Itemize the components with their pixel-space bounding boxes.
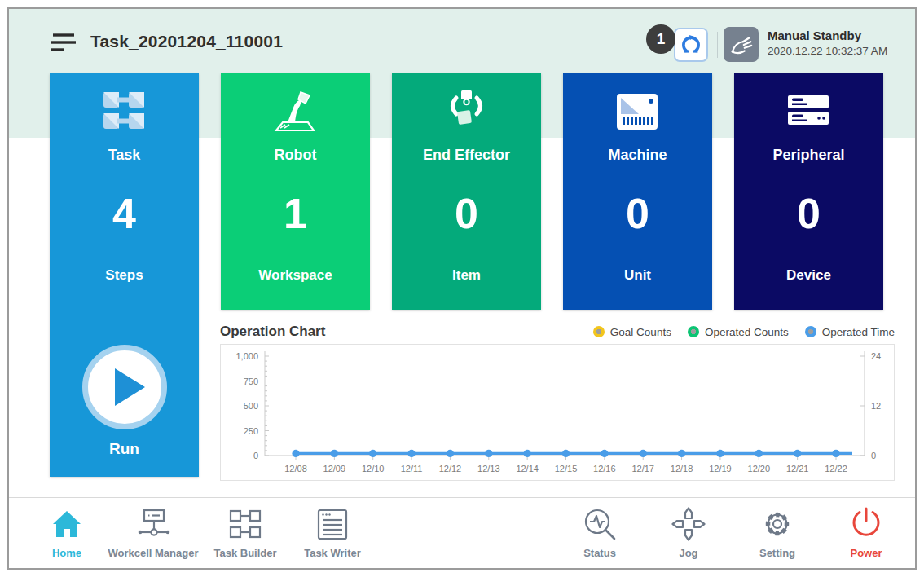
nav-label: Task Writer bbox=[279, 547, 385, 559]
card-unit: Unit bbox=[563, 267, 712, 284]
y-axis-left-tick: 0 bbox=[253, 451, 258, 460]
y-axis-left-tick: 500 bbox=[244, 401, 258, 411]
end-effector-icon bbox=[392, 88, 541, 135]
data-point bbox=[407, 450, 415, 457]
gripper-mode-button[interactable] bbox=[674, 28, 708, 62]
x-axis-tick: 12/09 bbox=[323, 464, 346, 473]
card-robot[interactable]: Robot 1 Workspace bbox=[221, 73, 370, 310]
card-value: 0 bbox=[734, 189, 883, 238]
legend-dot bbox=[805, 326, 816, 337]
machine-icon bbox=[563, 88, 712, 135]
y-axis-left-tick: 250 bbox=[244, 426, 258, 436]
task-steps-icon bbox=[50, 88, 199, 135]
chart-title: Operation Chart bbox=[220, 324, 325, 340]
data-point bbox=[601, 450, 608, 457]
nav-item-workcell-manager[interactable]: Workcell Manager bbox=[100, 504, 206, 566]
data-point bbox=[678, 450, 685, 457]
y-axis-right-tick: 12 bbox=[871, 401, 881, 411]
title-bar: Task_20201204_110001 1 bbox=[9, 9, 915, 82]
x-axis-tick: 12/22 bbox=[825, 464, 847, 473]
annotation-badge: 1 bbox=[646, 24, 675, 54]
task-builder-icon bbox=[227, 509, 263, 540]
data-point bbox=[447, 450, 454, 457]
x-axis-tick: 12/18 bbox=[671, 464, 693, 473]
data-point bbox=[524, 450, 531, 457]
data-point bbox=[832, 450, 839, 457]
card-unit: Workspace bbox=[221, 267, 370, 284]
task-writer-icon bbox=[316, 508, 349, 540]
x-axis-tick: 12/16 bbox=[593, 464, 616, 473]
manual-mode-indicator bbox=[724, 27, 759, 62]
page-title: Task_20201204_110001 bbox=[90, 32, 283, 51]
run-label: Run bbox=[50, 440, 199, 458]
card-title: Peripheral bbox=[734, 147, 883, 164]
card-title: Task bbox=[50, 147, 199, 164]
x-axis-tick: 12/17 bbox=[631, 464, 654, 473]
card-unit: Steps bbox=[50, 267, 199, 284]
data-point bbox=[640, 450, 647, 457]
x-axis-tick: 12/10 bbox=[362, 464, 385, 473]
legend-dot bbox=[688, 326, 699, 337]
card-value: 0 bbox=[392, 189, 541, 238]
hand-manual-icon bbox=[728, 33, 755, 57]
operation-chart: 1,00075050025002412012/0812/0912/1012/11… bbox=[220, 344, 895, 481]
y-axis-right-tick: 24 bbox=[871, 351, 881, 361]
nav-label: Workcell Manager bbox=[100, 547, 206, 559]
robot-arm-icon bbox=[221, 88, 370, 135]
server-icon bbox=[734, 88, 883, 135]
card-machine[interactable]: Machine 0 Unit bbox=[563, 73, 712, 310]
card-peripheral[interactable]: Peripheral 0 Device bbox=[734, 73, 883, 310]
hamburger-menu-icon[interactable] bbox=[50, 31, 77, 55]
data-point bbox=[562, 450, 570, 457]
header-divider bbox=[717, 32, 718, 58]
x-axis-tick: 12/15 bbox=[555, 464, 578, 473]
y-axis-left-tick: 1,000 bbox=[235, 351, 258, 361]
status-timestamp: 2020.12.22 10:32:37 AM bbox=[768, 45, 887, 57]
status-label: Manual Standby bbox=[768, 29, 887, 42]
data-point bbox=[485, 450, 492, 457]
x-axis-tick: 12/19 bbox=[709, 464, 732, 473]
nav-label: Power bbox=[813, 547, 917, 559]
home-icon bbox=[51, 509, 83, 540]
legend-item: Operated Counts bbox=[688, 326, 789, 338]
y-axis-right-tick: 0 bbox=[871, 451, 876, 460]
jog-arrows-icon bbox=[670, 505, 707, 543]
app-window: Task_20201204_110001 1 bbox=[7, 7, 917, 570]
card-value: 0 bbox=[563, 189, 712, 238]
x-axis-tick: 12/11 bbox=[401, 464, 423, 473]
nav-item-task-writer[interactable]: Task Writer bbox=[279, 504, 385, 566]
card-unit: Device bbox=[734, 267, 883, 284]
run-button[interactable] bbox=[82, 345, 167, 429]
nav-item-power[interactable]: Power bbox=[813, 504, 917, 566]
play-icon bbox=[88, 350, 161, 424]
robot-status: Manual Standby 2020.12.22 10:32:37 AM bbox=[768, 29, 887, 57]
x-axis-tick: 12/20 bbox=[748, 464, 771, 473]
chart-header: Operation Chart Goal CountsOperated Coun… bbox=[220, 321, 895, 342]
x-axis-tick: 12/08 bbox=[284, 464, 307, 473]
x-axis-tick: 12/13 bbox=[477, 464, 500, 473]
card-title: Robot bbox=[221, 147, 370, 164]
legend-item: Goal Counts bbox=[593, 326, 671, 338]
operation-chart-plot: 1,00075050025002412012/0812/0912/1012/11… bbox=[221, 345, 894, 480]
card-value: 4 bbox=[50, 189, 199, 238]
data-point bbox=[716, 450, 724, 457]
card-unit: Item bbox=[392, 267, 541, 284]
data-point bbox=[755, 450, 763, 457]
chart-legend: Goal CountsOperated CountsOperated Time bbox=[593, 326, 895, 338]
x-axis-tick: 12/21 bbox=[786, 464, 809, 473]
power-icon bbox=[850, 507, 882, 541]
card-title: Machine bbox=[563, 147, 712, 164]
data-point bbox=[331, 450, 338, 457]
data-point bbox=[369, 450, 376, 457]
card-end-effector[interactable]: End Effector 0 Item bbox=[392, 73, 541, 310]
gripper-release-icon bbox=[680, 34, 702, 55]
card-task[interactable]: Task 4 Steps Run bbox=[50, 73, 199, 477]
legend-item: Operated Time bbox=[805, 326, 895, 338]
legend-dot bbox=[593, 326, 605, 337]
status-monitor-icon bbox=[582, 506, 618, 542]
gear-icon bbox=[759, 506, 795, 542]
y-axis-left-tick: 750 bbox=[244, 377, 258, 386]
bottom-navbar: Home Workcell Manager bbox=[9, 498, 915, 570]
data-point bbox=[794, 450, 801, 457]
x-axis-tick: 12/14 bbox=[516, 464, 539, 473]
